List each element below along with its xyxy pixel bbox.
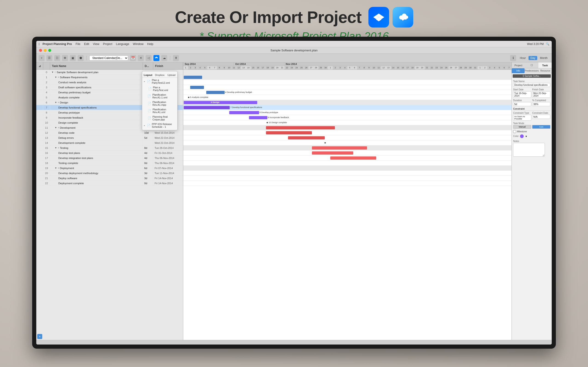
list-item[interactable]: 📄 Plan a PartyTest.xml: [142, 85, 177, 92]
gantt-day: 26: [304, 66, 309, 69]
toolbar-btn-4[interactable]: ▣: [70, 55, 76, 61]
filter-icon[interactable]: ⊿: [36, 62, 43, 69]
right-tab-info[interactable]: ☐: [525, 62, 538, 68]
menu-project[interactable]: Project: [103, 42, 112, 46]
menu-app-name[interactable]: Project Planning Pro: [43, 42, 72, 46]
menu-help[interactable]: Help: [147, 42, 153, 46]
gantt-day: 12: [236, 66, 241, 69]
toolbar-delete-button[interactable]: ✕: [138, 55, 144, 61]
info-button[interactable]: ℹ: [510, 55, 516, 61]
view-month-button[interactable]: Month: [538, 56, 549, 60]
right-subtab-resource[interactable]: Resource: [539, 68, 552, 73]
right-tab-project[interactable]: Project: [512, 62, 525, 68]
list-item[interactable]: 📄 Planification Rev.A1.xml: [142, 107, 177, 115]
status-bar: [36, 340, 552, 344]
table-row[interactable]: 13 Debug errors 5d Wed 22-Oct-2014: [36, 135, 183, 140]
gantt-day: 23: [289, 66, 294, 69]
title-bar: Sample Software development.plan: [36, 47, 552, 54]
panel-task-mode-field: Task Mode Manual Auto: [513, 122, 550, 129]
table-row[interactable]: 14 Development complete Wed 22-Oct-2014: [36, 140, 183, 145]
window-minimize-button[interactable]: [44, 49, 47, 52]
gantt-day: 4: [343, 66, 347, 69]
color-dropdown-icon[interactable]: ▼: [525, 135, 527, 138]
menu-view[interactable]: View: [93, 42, 99, 46]
menu-search-icon[interactable]: 🔍: [546, 42, 549, 46]
panel-duration-value[interactable]: 5d: [513, 102, 531, 106]
gantt-day: 19: [415, 66, 420, 69]
table-row[interactable]: 22 Deployment complete 0d Fri 14-Nov-201…: [36, 181, 183, 186]
panel-task-name-value[interactable]: Develop functional specifications: [513, 83, 550, 87]
gantt-body[interactable]: 4 Develop preliminary budget ◆ 5 Analysi…: [183, 70, 511, 340]
gantt-day: 19: [270, 66, 275, 69]
gantt-row: [183, 125, 511, 130]
view-day-button[interactable]: Day: [528, 56, 537, 60]
menu-file[interactable]: File: [76, 42, 80, 46]
color-swatch[interactable]: [520, 134, 524, 138]
panel-constraint-date-label: Constraint Date: [532, 112, 550, 114]
add-task-button[interactable]: +: [39, 55, 44, 61]
dropdown-tab-dropbox[interactable]: Dropbox: [154, 72, 166, 77]
toolbar-btn-6[interactable]: ◁: [146, 55, 152, 61]
table-row[interactable]: 18 Testing complete 0d Thu 06-Nov-2014: [36, 161, 183, 166]
dropbox-toolbar-icon[interactable]: [153, 55, 159, 61]
dropdown-tab-upload[interactable]: Upload: [166, 72, 177, 77]
auto-mode-button[interactable]: Auto: [532, 125, 550, 129]
window-controls: [39, 49, 51, 52]
table-row[interactable]: 15 ▼≡Testing 8d Tue 28-Oct-2014: [36, 145, 183, 150]
table-row[interactable]: 20 Develop deployment methodology 3d Tue…: [36, 171, 183, 176]
menu-window[interactable]: Window: [133, 42, 144, 46]
gantt-month-sep: Sep 2014: [183, 62, 234, 66]
table-row[interactable]: 12 Develop code 10d Wed 15-Oct-2014: [36, 130, 183, 135]
gantt-chart-area: Sep 2014 Oct 2014 Nov 2014 1 2 3 4 5 6 7…: [183, 62, 511, 340]
calendar-select[interactable]: Standard Calendar(De...: [89, 56, 128, 60]
menu-language[interactable]: Language: [116, 42, 129, 46]
panel-finish-value[interactable]: Mon 22-Sep-2014: [532, 91, 550, 98]
list-item[interactable]: ▸ 📄 Plan a PartyTest12.xml: [142, 78, 177, 85]
gantt-bar-label: 6 Design: [211, 101, 220, 103]
panel-constraint-type-value[interactable]: As Soon As Possible: [513, 115, 531, 121]
gantt-row: [183, 150, 511, 156]
toolbar-calendar-icon[interactable]: 📅: [130, 55, 136, 61]
table-row[interactable]: 17 Develop integration test plans 4d Thu…: [36, 156, 183, 161]
dropdown-tab-logout[interactable]: Logout: [142, 72, 154, 77]
toolbar-cloud-button[interactable]: ☁: [161, 55, 167, 61]
gantt-bar: [330, 156, 376, 160]
notes-textarea[interactable]: [513, 143, 545, 157]
manual-mode-button[interactable]: Manual: [513, 125, 531, 129]
table-row[interactable]: 19 ▼≡Deployment 6d Fri 07-Nov-2014: [36, 166, 183, 171]
gantt-day: 31: [473, 66, 478, 69]
right-subtab-info[interactable]: Info: [512, 68, 525, 73]
view-hour-button[interactable]: Hour: [518, 56, 527, 60]
menu-edit[interactable]: Edit: [84, 42, 89, 46]
gantt-row: [183, 181, 511, 186]
window-close-button[interactable]: [39, 49, 42, 52]
list-item[interactable]: 📄 Planning final Coque.ppp: [142, 115, 177, 122]
panel-constraint-type-label: Constraint Type: [513, 112, 531, 114]
toolbar: + ☰ ☷ ☸ ▣ ⬟ Standard Calendar(De... 📅 ✕ …: [36, 54, 552, 62]
gantt-bar: [249, 116, 267, 119]
menu-items: Project Planning Pro File Edit View Proj…: [43, 42, 153, 46]
list-item[interactable]: 📄 Planification Rev.A1-1.xml: [142, 92, 177, 100]
milestone-checkbox[interactable]: [513, 130, 516, 133]
table-row[interactable]: 21 Deploy software 3d Fri 14-Nov-2014: [36, 176, 183, 181]
panel-task-mode-label: Task Mode: [513, 122, 550, 125]
add-row-button[interactable]: +: [37, 334, 42, 339]
gantt-bar-label: 7 Develop functional specifications: [230, 106, 262, 108]
panel-constraint-date-value[interactable]: N/A: [532, 115, 550, 119]
gantt-header: Sep 2014 Oct 2014 Nov 2014 1 2 3 4 5 6 7…: [183, 62, 511, 70]
list-item[interactable]: ▸ 📄 PPP IOS Release Schedule - 1: [142, 122, 177, 129]
toolbar-btn-5[interactable]: ⬟: [78, 55, 84, 61]
right-subtab-predecessors[interactable]: Predecessors: [525, 68, 539, 73]
list-item[interactable]: 📄 Planification Rev.A1.mpp: [142, 100, 177, 107]
right-tab-task[interactable]: Task: [538, 62, 552, 68]
toolbar-share-button[interactable]: ⬆: [173, 55, 179, 61]
panel-constraint-title: Constraint: [513, 108, 550, 111]
panel-pct-value[interactable]: 38%: [532, 102, 550, 106]
toolbar-btn-2[interactable]: ☷: [54, 55, 60, 61]
panel-start-value[interactable]: Tue 16-Sep-2014: [513, 91, 531, 98]
toolbar-btn-1[interactable]: ☰: [46, 55, 52, 61]
table-row[interactable]: 16 Develop test plans 4d Fri 31-Oct-2014: [36, 150, 183, 156]
toolbar-btn-3[interactable]: ☸: [62, 55, 68, 61]
window-maximize-button[interactable]: [48, 49, 51, 52]
gantt-bar: [229, 111, 259, 114]
